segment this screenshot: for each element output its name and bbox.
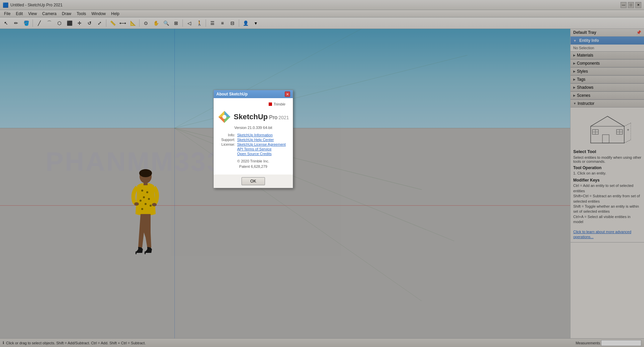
- about-dialog: About SketchUp ✕ Trimble: [213, 90, 293, 188]
- oss-link[interactable]: Open Source Credits: [237, 152, 272, 156]
- trimble-logo-area: Trimble: [218, 101, 289, 108]
- dialog-copyright: © 2020 Trimble Inc.: [237, 159, 269, 163]
- sketchup-full-title: SketchUp Pro 2021: [234, 113, 289, 121]
- version-text: Version 21.0.339 64-bit: [234, 126, 272, 130]
- dialog-close-button[interactable]: ✕: [285, 91, 290, 97]
- info-label: Info:: [218, 133, 235, 137]
- dialog-body: Trimble: [214, 98, 293, 175]
- dialog-title-text: About SketchUp: [216, 92, 248, 96]
- dialog-patent: Patent 6,628,279: [239, 164, 267, 168]
- sketchup-year: 2021: [278, 115, 289, 120]
- sketchup-brand: SketchUp: [234, 113, 268, 121]
- info-link[interactable]: SketchUp Information: [237, 133, 273, 137]
- dialog-footer: OK: [214, 175, 293, 188]
- sketchup-icon: [218, 110, 231, 124]
- sketchup-pro-label: Pro: [269, 115, 277, 121]
- support-row: Support: SketchUp Help Center: [218, 138, 289, 142]
- license-link[interactable]: SketchUp License Agreement: [237, 142, 286, 146]
- api-link[interactable]: API Terms of Service: [237, 147, 272, 151]
- trimble-logo: Trimble: [269, 101, 289, 108]
- info-row: Info: SketchUp Information: [218, 133, 289, 137]
- svg-text:Trimble: Trimble: [273, 102, 285, 106]
- dialog-info-grid: Info: SketchUp Information Support: Sket…: [218, 133, 289, 156]
- support-label: Support:: [218, 138, 235, 142]
- svg-rect-28: [269, 102, 272, 106]
- ok-button[interactable]: OK: [241, 177, 265, 185]
- svg-point-30: [222, 115, 226, 119]
- license-label: License:: [218, 142, 235, 146]
- sketchup-logo-area: SketchUp Pro 2021: [218, 110, 289, 124]
- dialog-titlebar[interactable]: About SketchUp ✕: [214, 90, 293, 98]
- oss-row: Open Source Credits: [218, 152, 289, 156]
- api-row: API Terms of Service: [218, 147, 289, 151]
- license-row: License: SketchUp License Agreement: [218, 142, 289, 146]
- support-link[interactable]: SketchUp Help Center: [237, 138, 274, 142]
- sketchup-name-area: SketchUp Pro 2021: [234, 113, 289, 121]
- modal-overlay: About SketchUp ✕ Trimble: [0, 0, 644, 347]
